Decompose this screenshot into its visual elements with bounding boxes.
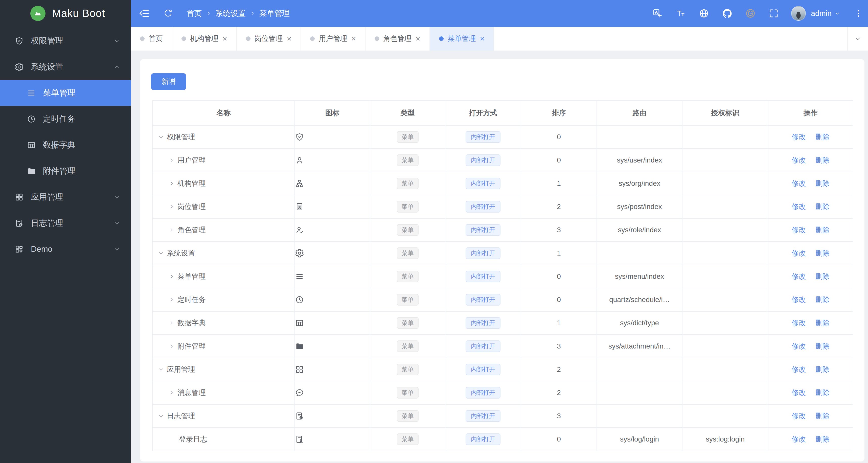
collapse-arrow[interactable] xyxy=(158,413,164,419)
refresh-button[interactable] xyxy=(163,9,173,18)
edit-link[interactable]: 修改 xyxy=(792,365,806,373)
collapse-arrow[interactable] xyxy=(158,134,164,140)
menu-name: 角色管理 xyxy=(178,225,206,235)
table-row: 机构管理 菜单 内部打开 1 sys/org/index 修改删除 xyxy=(152,172,853,195)
tab-role-mgmt[interactable]: 角色管理 × xyxy=(366,27,430,51)
sidebar-item-system-settings[interactable]: 系统设置 xyxy=(0,54,131,80)
tab-dot xyxy=(310,36,315,41)
edit-link[interactable]: 修改 xyxy=(792,179,806,187)
sidebar-item-app-mgmt[interactable]: 应用管理 xyxy=(0,184,131,210)
expand-arrow[interactable] xyxy=(168,273,175,280)
tab-org-mgmt[interactable]: 机构管理 × xyxy=(173,27,237,51)
edit-link[interactable]: 修改 xyxy=(792,435,806,443)
tab-user-mgmt[interactable]: 用户管理 × xyxy=(301,27,366,51)
breadcrumb-menu-mgmt[interactable]: 菜单管理 xyxy=(259,8,290,19)
translate-icon[interactable] xyxy=(652,8,663,19)
more-dots-icon[interactable] xyxy=(854,9,863,18)
route-value: sys/menu/index xyxy=(597,265,682,288)
delete-link[interactable]: 删除 xyxy=(815,156,830,164)
fullscreen-icon[interactable] xyxy=(768,8,779,19)
sidebar-item-demo[interactable]: Demo xyxy=(0,236,131,262)
sidebar-item-scheduled-tasks[interactable]: 定时任务 xyxy=(0,106,131,132)
auth-value: sys:log:login xyxy=(682,428,768,451)
delete-link[interactable]: 删除 xyxy=(815,342,830,350)
font-size-icon[interactable] xyxy=(675,8,686,19)
gitee-icon[interactable] xyxy=(745,8,756,19)
table-row: 用户管理 菜单 内部打开 0 sys/user/index 修改删除 xyxy=(152,149,853,172)
sidebar-item-label: 应用管理 xyxy=(31,191,63,203)
delete-link[interactable]: 删除 xyxy=(815,226,830,234)
delete-link[interactable]: 删除 xyxy=(815,203,830,211)
edit-link[interactable]: 修改 xyxy=(792,249,806,257)
github-icon[interactable] xyxy=(722,8,733,19)
open-mode-tag: 内部打开 xyxy=(466,387,500,399)
delete-link[interactable]: 删除 xyxy=(815,319,830,327)
tab-home[interactable]: 首页 xyxy=(131,27,173,51)
breadcrumb-system-settings[interactable]: 系统设置 xyxy=(215,8,246,19)
sidebar-collapse-button[interactable] xyxy=(138,7,150,19)
collapse-arrow[interactable] xyxy=(158,250,164,256)
globe-icon[interactable] xyxy=(699,8,709,19)
avatar[interactable] xyxy=(791,6,806,21)
tab-dropdown-button[interactable] xyxy=(847,27,868,51)
close-icon[interactable]: × xyxy=(415,35,420,43)
col-name: 名称 xyxy=(152,100,295,125)
close-icon[interactable]: × xyxy=(351,35,356,43)
tab-post-mgmt[interactable]: 岗位管理 × xyxy=(237,27,301,51)
menu-name: 日志管理 xyxy=(167,411,195,421)
delete-link[interactable]: 删除 xyxy=(815,272,830,280)
collapse-arrow[interactable] xyxy=(158,366,164,373)
edit-link[interactable]: 修改 xyxy=(792,226,806,234)
delete-link[interactable]: 删除 xyxy=(815,412,830,420)
auth-value xyxy=(682,381,768,404)
delete-link[interactable]: 删除 xyxy=(815,296,830,304)
expand-arrow[interactable] xyxy=(168,227,175,233)
sidebar-item-permission[interactable]: 权限管理 xyxy=(0,28,131,54)
edit-link[interactable]: 修改 xyxy=(792,342,806,350)
edit-link[interactable]: 修改 xyxy=(792,133,806,141)
route-value: sys/attachment/in… xyxy=(597,335,682,358)
sidebar-item-attachment-mgmt[interactable]: 附件管理 xyxy=(0,158,131,184)
expand-arrow[interactable] xyxy=(168,320,175,326)
edit-link[interactable]: 修改 xyxy=(792,203,806,211)
close-icon[interactable]: × xyxy=(287,35,292,43)
expand-arrow[interactable] xyxy=(168,297,175,303)
breadcrumb-home[interactable]: 首页 xyxy=(187,8,202,19)
close-icon[interactable]: × xyxy=(222,35,227,43)
sidebar: Maku Boot 权限管理 系统设置 菜单管理 定时任务 数据字典 附件管理 xyxy=(0,0,131,463)
username[interactable]: admin xyxy=(811,9,832,18)
delete-link[interactable]: 删除 xyxy=(815,435,830,443)
expand-arrow[interactable] xyxy=(168,157,175,163)
type-tag: 菜单 xyxy=(397,340,418,352)
sidebar-item-data-dictionary[interactable]: 数据字典 xyxy=(0,132,131,158)
expand-arrow[interactable] xyxy=(168,390,175,396)
edit-link[interactable]: 修改 xyxy=(792,319,806,327)
sidebar-item-menu-mgmt[interactable]: 菜单管理 xyxy=(0,80,131,106)
expand-arrow[interactable] xyxy=(168,343,175,349)
sidebar-item-log-mgmt[interactable]: 日志管理 xyxy=(0,210,131,236)
delete-link[interactable]: 删除 xyxy=(815,249,830,257)
delete-link[interactable]: 删除 xyxy=(815,179,830,187)
delete-link[interactable]: 删除 xyxy=(815,365,830,373)
tab-menu-mgmt[interactable]: 菜单管理 × xyxy=(430,27,494,51)
edit-link[interactable]: 修改 xyxy=(792,412,806,420)
expand-arrow[interactable] xyxy=(168,180,175,187)
header-actions: admin xyxy=(640,6,868,21)
route-value: sys/post/index xyxy=(597,195,682,218)
edit-link[interactable]: 修改 xyxy=(792,296,806,304)
table-row: 附件管理 菜单 内部打开 3 sys/attachment/in… 修改删除 xyxy=(152,335,853,358)
add-button[interactable]: 新增 xyxy=(151,73,186,90)
edit-link[interactable]: 修改 xyxy=(792,156,806,164)
expand-arrow[interactable] xyxy=(168,204,175,210)
edit-link[interactable]: 修改 xyxy=(792,272,806,280)
edit-link[interactable]: 修改 xyxy=(792,389,806,397)
delete-link[interactable]: 删除 xyxy=(815,133,830,141)
menu-name: 附件管理 xyxy=(178,341,206,351)
sort-value: 0 xyxy=(521,265,597,288)
close-icon[interactable]: × xyxy=(480,35,485,43)
chevron-down-icon[interactable] xyxy=(834,10,841,17)
chevron-down-icon xyxy=(854,35,862,42)
type-tag: 菜单 xyxy=(397,224,418,236)
delete-link[interactable]: 删除 xyxy=(815,389,830,397)
chevron-right-icon xyxy=(205,10,212,17)
